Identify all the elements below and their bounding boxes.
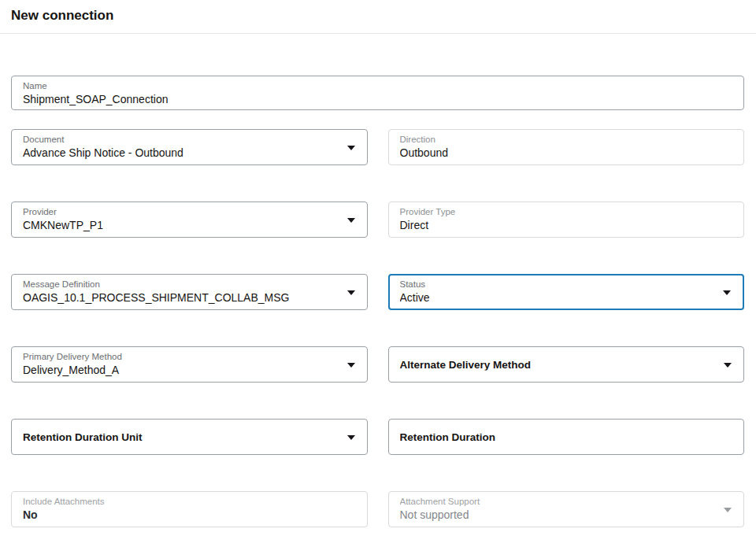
include-attachments-label: Include Attachments bbox=[23, 496, 340, 508]
provider-label: Provider bbox=[23, 206, 340, 218]
primary-delivery-method-label: Primary Delivery Method bbox=[23, 351, 340, 363]
provider-type-field: Provider Type Direct bbox=[388, 201, 745, 238]
chevron-down-icon bbox=[724, 508, 732, 512]
chevron-down-icon bbox=[724, 363, 732, 368]
status-value: Active bbox=[400, 290, 717, 305]
name-field-value: Shipment_SOAP_Connection bbox=[23, 92, 717, 107]
chevron-down-icon bbox=[347, 290, 355, 295]
provider-select[interactable]: Provider CMKNewTP_P1 bbox=[11, 201, 368, 238]
chevron-down-icon bbox=[347, 218, 355, 223]
document-label: Document bbox=[23, 134, 340, 146]
chevron-down-icon bbox=[347, 435, 355, 440]
name-field[interactable]: Name Shipment_SOAP_Connection bbox=[11, 76, 744, 110]
status-select[interactable]: Status Active bbox=[388, 274, 745, 310]
chevron-down-icon bbox=[347, 363, 355, 368]
retention-duration-unit-select[interactable]: Retention Duration Unit bbox=[11, 419, 368, 455]
document-value: Advance Ship Notice - Outbound bbox=[23, 146, 340, 161]
name-field-label: Name bbox=[23, 80, 717, 92]
document-select[interactable]: Document Advance Ship Notice - Outbound bbox=[11, 129, 368, 165]
include-attachments-value: No bbox=[23, 508, 340, 523]
page-title: New connection bbox=[11, 8, 743, 24]
alternate-delivery-method-label: Alternate Delivery Method bbox=[400, 359, 717, 371]
primary-delivery-method-value: Delivery_Method_A bbox=[23, 363, 340, 378]
direction-label: Direction bbox=[400, 134, 717, 146]
message-definition-label: Message Definition bbox=[23, 279, 340, 290]
include-attachments-field: Include Attachments No bbox=[11, 491, 368, 527]
message-definition-value: OAGIS_10.1_PROCESS_SHIPMENT_COLLAB_MSG bbox=[23, 290, 340, 305]
attachment-support-select: Attachment Support Not supported bbox=[388, 491, 745, 527]
primary-delivery-method-select[interactable]: Primary Delivery Method Delivery_Method_… bbox=[11, 346, 368, 383]
retention-duration-unit-label: Retention Duration Unit bbox=[23, 431, 340, 443]
provider-value: CMKNewTP_P1 bbox=[23, 218, 340, 233]
provider-type-value: Direct bbox=[400, 218, 717, 233]
message-definition-select[interactable]: Message Definition OAGIS_10.1_PROCESS_SH… bbox=[11, 274, 368, 310]
status-label: Status bbox=[400, 279, 717, 290]
alternate-delivery-method-select[interactable]: Alternate Delivery Method bbox=[388, 346, 745, 383]
direction-value: Outbound bbox=[400, 146, 717, 161]
attachment-support-label: Attachment Support bbox=[400, 496, 717, 508]
page-header: New connection bbox=[0, 0, 756, 33]
chevron-down-icon bbox=[723, 290, 731, 295]
provider-type-label: Provider Type bbox=[400, 206, 717, 218]
retention-duration-input[interactable]: Retention Duration bbox=[388, 419, 745, 455]
chevron-down-icon bbox=[347, 146, 355, 150]
direction-field: Direction Outbound bbox=[388, 129, 745, 165]
retention-duration-label: Retention Duration bbox=[400, 431, 717, 443]
attachment-support-value: Not supported bbox=[400, 508, 717, 523]
new-connection-form: Name Shipment_SOAP_Connection Document A… bbox=[0, 34, 756, 527]
